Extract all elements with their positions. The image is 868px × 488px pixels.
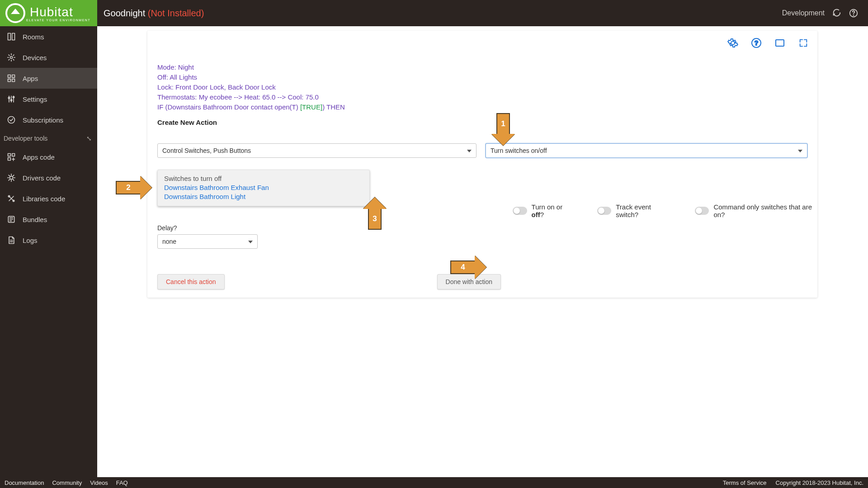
action-category-select[interactable]: Control Switches, Push Buttons — [157, 143, 476, 158]
action-dropdown-row: Control Switches, Push Buttons Turn swit… — [157, 143, 807, 158]
sidebar-label: Rooms — [23, 33, 44, 41]
rooms-icon — [6, 32, 16, 42]
create-new-action-label: Create New Action — [157, 118, 807, 126]
svg-point-4 — [10, 57, 13, 59]
settings-icon — [6, 94, 16, 104]
page-title-area: Goodnight (Not Installed) — [104, 8, 204, 19]
brand-logo[interactable]: Hubitat ELEVATE YOUR ENVIRONMENT — [0, 0, 97, 26]
sidebar-item-logs[interactable]: Logs — [0, 230, 97, 251]
dev-tools-label: Developer tools — [4, 135, 47, 142]
collapse-icon[interactable]: ⤡ — [86, 135, 92, 142]
sidebar-label: Libraries code — [23, 195, 65, 203]
switch-option[interactable]: Downstairs Bathroom Exhaust Fan — [164, 183, 363, 192]
sidebar-item-drivers-code[interactable]: Drivers code — [0, 167, 97, 188]
footer-link[interactable]: Community — [52, 479, 82, 486]
svg-point-16 — [10, 176, 13, 180]
turn-on-off-group: Turn on or off? — [513, 203, 574, 218]
switches-selector[interactable]: Switches to turn off Downstairs Bathroom… — [157, 170, 370, 206]
help-icon[interactable]: ? — [750, 37, 762, 49]
command-only-toggle[interactable] — [695, 207, 709, 215]
footer-right: Terms of Service Copyright 2018-2023 Hub… — [723, 479, 863, 486]
logs-icon — [6, 235, 16, 245]
footer-copyright: Copyright 2018-2023 Hubitat, Inc. — [776, 479, 863, 486]
apps-icon — [6, 73, 16, 83]
help-icon[interactable] — [848, 8, 859, 19]
rule-line: IF (Downstairs Bathroom Door contact ope… — [157, 102, 807, 112]
footer-link[interactable]: Documentation — [5, 479, 44, 486]
svg-rect-13 — [8, 154, 11, 156]
screen-icon[interactable] — [774, 37, 786, 49]
action-category-value: Control Switches, Push Buttons — [162, 147, 251, 154]
turn-on-off-label: Turn on or off? — [532, 203, 574, 218]
footer-links: Documentation Community Videos FAQ — [5, 479, 128, 486]
sidebar-label: Logs — [23, 237, 38, 244]
chat-icon[interactable] — [831, 8, 842, 19]
svg-rect-8 — [12, 79, 15, 82]
env-label: Development — [782, 9, 825, 17]
rule-line: Lock: Front Door Lock, Back Door Lock — [157, 82, 807, 92]
sidebar-item-devices[interactable]: Devices — [0, 47, 97, 68]
turn-on-off-toggle[interactable] — [513, 207, 527, 215]
rule-summary: Mode: Night Off: All Lights Lock: Front … — [157, 62, 807, 112]
sidebar-item-rooms[interactable]: Rooms — [0, 26, 97, 47]
subscriptions-icon — [6, 115, 16, 125]
action-type-value: Turn switches on/off — [491, 147, 547, 154]
sidebar: Rooms Devices Apps Settings Subscription… — [0, 26, 97, 477]
sidebar-label: Apps — [23, 75, 38, 82]
brand-tagline: ELEVATE YOUR ENVIRONMENT — [26, 19, 90, 22]
apps-code-icon — [6, 152, 16, 162]
top-bar: Hubitat ELEVATE YOUR ENVIRONMENT Goodnig… — [0, 0, 868, 26]
svg-rect-2 — [8, 33, 11, 40]
libraries-code-icon — [6, 194, 16, 204]
switch-option[interactable]: Downstairs Bathroom Light — [164, 192, 363, 201]
track-event-label: Track event switch? — [616, 203, 671, 218]
dev-tools-header[interactable]: Developer tools ⤡ — [0, 130, 97, 147]
footer-link[interactable]: Videos — [90, 479, 108, 486]
sidebar-label: Drivers code — [23, 174, 61, 182]
drivers-code-icon — [6, 173, 16, 183]
svg-rect-3 — [12, 33, 15, 40]
cancel-action-button[interactable]: Cancel this action — [157, 274, 225, 289]
annotation-arrow-2: 2 — [116, 181, 141, 194]
devices-icon — [6, 52, 16, 62]
sidebar-label: Devices — [23, 54, 47, 62]
main-panel: ? Mode: Night Off: All Lights Lock: Fron… — [147, 31, 817, 298]
switches-label: Switches to turn off — [164, 175, 363, 182]
footer: Documentation Community Videos FAQ Terms… — [0, 477, 868, 488]
top-right-controls: Development — [782, 8, 868, 19]
sidebar-item-apps-code[interactable]: Apps code — [0, 147, 97, 167]
track-event-toggle[interactable] — [597, 207, 612, 215]
action-type-select[interactable]: Turn switches on/off — [486, 143, 807, 158]
sidebar-item-libraries-code[interactable]: Libraries code — [0, 188, 97, 209]
expand-icon[interactable] — [797, 37, 809, 49]
svg-rect-6 — [12, 75, 15, 78]
svg-rect-5 — [8, 75, 11, 78]
rule-line: Off: All Lights — [157, 72, 807, 82]
track-event-group: Track event switch? — [597, 203, 671, 218]
footer-link[interactable]: FAQ — [116, 479, 128, 486]
sidebar-item-settings[interactable]: Settings — [0, 89, 97, 109]
svg-rect-15 — [8, 158, 11, 161]
sidebar-label: Apps code — [23, 153, 55, 161]
install-status: (Not Installed) — [148, 8, 204, 18]
toggle-options-row: Turn on or off? Track event switch? Comm… — [513, 203, 817, 218]
svg-point-12 — [8, 117, 15, 123]
action-button-row: Cancel this action Done with action — [157, 274, 807, 289]
panel-toolbar: ? — [727, 37, 809, 49]
rule-line: Thermostats: My ecobee --> Heat: 65.0 --… — [157, 92, 807, 102]
gear-icon[interactable] — [727, 37, 739, 49]
sidebar-label: Subscriptions — [23, 116, 63, 124]
svg-rect-22 — [776, 40, 784, 46]
sidebar-item-bundles[interactable]: Bundles — [0, 209, 97, 230]
done-action-button[interactable]: Done with action — [437, 274, 501, 289]
svg-rect-14 — [12, 154, 15, 156]
delay-label: Delay? — [157, 224, 807, 232]
command-only-label: Command only switches that are on? — [713, 203, 817, 218]
delay-select[interactable]: none — [157, 234, 258, 249]
footer-tos[interactable]: Terms of Service — [723, 479, 767, 486]
sidebar-item-subscriptions[interactable]: Subscriptions — [0, 109, 97, 130]
sidebar-item-apps[interactable]: Apps — [0, 68, 97, 89]
sidebar-label: Bundles — [23, 216, 47, 223]
brand-name: Hubitat — [30, 5, 90, 19]
rule-line: Mode: Night — [157, 62, 807, 72]
